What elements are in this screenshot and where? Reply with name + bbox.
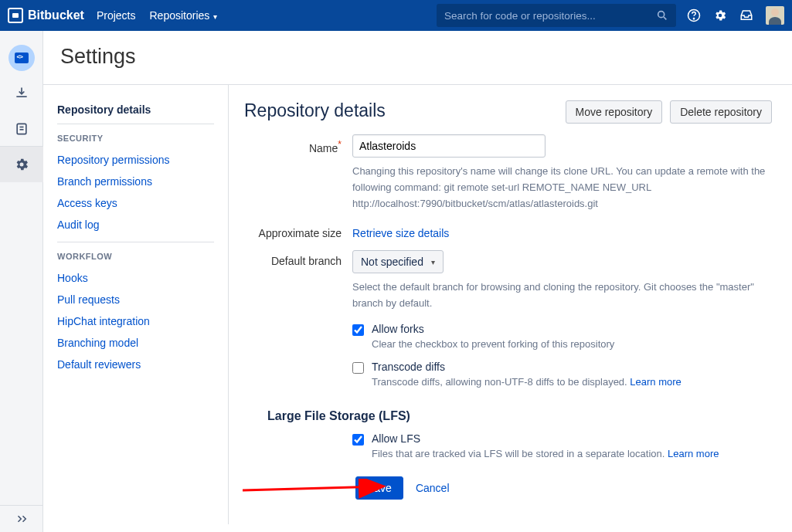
transcode-diffs-checkbox[interactable] (352, 362, 364, 374)
svg-point-3 (693, 19, 694, 19)
branch-label: Default branch (244, 250, 352, 267)
nav-branching-model[interactable]: Branching model (57, 332, 214, 354)
settings-nav-header: Repository details (57, 103, 214, 124)
form-area: Repository details Move repository Delet… (229, 85, 792, 524)
bitbucket-logo-icon (8, 8, 23, 23)
search-icon (656, 9, 668, 22)
rail-settings[interactable] (0, 147, 43, 182)
rail-source[interactable] (0, 111, 43, 147)
nav-access-keys[interactable]: Access keys (57, 192, 214, 214)
nav-group-security: SECURITY (57, 134, 214, 143)
retrieve-size-link[interactable]: Retrieve size details (352, 227, 449, 239)
transcode-help: Transcode diffs, allowing non-UTF-8 diff… (372, 376, 682, 388)
nav-repo-permissions[interactable]: Repository permissions (57, 149, 214, 171)
search-input[interactable] (444, 10, 656, 22)
nav-group-workflow: WORKFLOW (57, 252, 214, 261)
name-label: Name* (244, 134, 352, 154)
allow-lfs-label: Allow LFS (372, 432, 719, 445)
allow-forks-help: Clear the checkbox to prevent forking of… (372, 338, 614, 350)
rail-collapse[interactable] (0, 505, 42, 532)
repo-icon (8, 45, 35, 71)
size-label: Approximate size (244, 222, 352, 239)
save-button[interactable]: Save (355, 476, 403, 500)
branch-help: Select the default branch for browsing a… (352, 280, 770, 312)
settings-nav: Repository details SECURITY Repository p… (43, 85, 229, 524)
top-nav: Projects Repositories (97, 9, 217, 22)
default-branch-select[interactable]: Not specified (352, 250, 444, 273)
nav-projects[interactable]: Projects (97, 9, 136, 22)
nav-hipchat[interactable]: HipChat integration (57, 310, 214, 332)
lfs-section-title: Large File Storage (LFS) (267, 409, 772, 423)
allow-lfs-checkbox[interactable] (352, 434, 364, 446)
svg-point-0 (658, 12, 665, 18)
delete-repository-button[interactable]: Delete repository (670, 100, 772, 124)
move-repository-button[interactable]: Move repository (566, 100, 663, 124)
lfs-help: Files that are tracked via LFS will be s… (372, 448, 719, 459)
help-icon[interactable] (687, 8, 701, 22)
top-header: Bitbucket Projects Repositories (0, 0, 792, 31)
page-title: Settings (43, 31, 792, 85)
nav-hooks[interactable]: Hooks (57, 267, 214, 289)
nav-pull-requests[interactable]: Pull requests (57, 289, 214, 310)
nav-repositories[interactable]: Repositories (149, 9, 217, 22)
cancel-button[interactable]: Cancel (413, 477, 453, 499)
main-area: Settings Repository details SECURITY Rep… (43, 31, 792, 532)
transcode-learn-more-link[interactable]: Learn more (630, 376, 681, 388)
nav-branch-permissions[interactable]: Branch permissions (57, 171, 214, 192)
inbox-icon[interactable] (739, 8, 753, 22)
sidebar-rail (0, 31, 43, 532)
transcode-label: Transcode diffs (372, 361, 682, 373)
user-avatar[interactable] (766, 6, 784, 25)
name-help: Changing this repository's name will cha… (352, 164, 770, 212)
global-search[interactable] (437, 4, 676, 27)
brand-logo[interactable]: Bitbucket (8, 8, 84, 23)
svg-line-1 (664, 17, 666, 19)
header-icons (687, 6, 784, 25)
form-title: Repository details (244, 100, 386, 121)
allow-forks-label: Allow forks (372, 323, 614, 335)
nav-default-reviewers[interactable]: Default reviewers (57, 354, 214, 375)
rail-clone[interactable] (0, 76, 43, 111)
lfs-learn-more-link[interactable]: Learn more (668, 448, 719, 459)
repository-name-input[interactable] (352, 134, 546, 158)
nav-audit-log[interactable]: Audit log (57, 214, 214, 236)
brand-name: Bitbucket (28, 8, 84, 22)
gear-icon[interactable] (713, 8, 727, 22)
allow-forks-checkbox[interactable] (352, 324, 364, 336)
rail-repo-badge[interactable] (0, 40, 43, 76)
